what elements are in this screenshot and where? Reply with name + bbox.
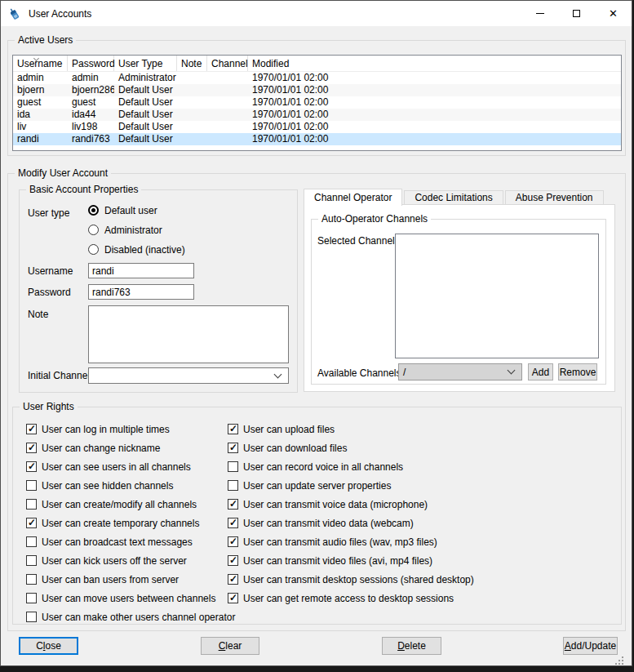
- title-bar[interactable]: User Accounts ✕: [1, 1, 632, 26]
- unchecked-checkbox-icon: [26, 555, 37, 566]
- table-cell: bjoern286: [68, 84, 114, 96]
- selected-channels-label: Selected Channels: [317, 236, 400, 247]
- checkbox-user-can-record-voice-in-all-channels[interactable]: User can record voice in all channels: [228, 461, 474, 472]
- table-row-guest[interactable]: guestguestDefault User1970/01/01 02:00: [13, 96, 621, 109]
- checkbox-label: User can create temporary channels: [42, 518, 199, 529]
- chevron-down-icon: [274, 370, 282, 378]
- checkbox-label: User can transmit desktop sessions (shar…: [243, 574, 474, 585]
- teamtalk-app-icon: [8, 7, 21, 20]
- add-update-button[interactable]: Add/Update: [563, 637, 618, 655]
- checkbox-user-can-create-modify-all-channels[interactable]: User can create/modify all channels: [26, 499, 235, 510]
- checkbox-user-can-update-server-properties[interactable]: User can update server properties: [228, 480, 474, 491]
- add-button[interactable]: Add: [528, 363, 553, 381]
- checkbox-user-can-transmit-voice-data-microphone[interactable]: User can transmit voice data (microphone…: [228, 499, 474, 510]
- resize-grip[interactable]: [615, 656, 623, 665]
- radio-label: Default user: [104, 205, 157, 216]
- column-header-modified[interactable]: Modified: [248, 56, 621, 71]
- checkbox-user-can-download-files[interactable]: User can download files: [228, 443, 474, 453]
- table-row-ida[interactable]: idaida44Default User1970/01/01 02:00: [13, 109, 621, 121]
- column-header-user-type[interactable]: User Type: [114, 56, 177, 71]
- column-header-password[interactable]: Password: [68, 56, 114, 71]
- checkbox-user-can-kick-users-off-the-server[interactable]: User can kick users off the server: [26, 555, 235, 566]
- column-header-username[interactable]: Username: [13, 56, 68, 71]
- checkbox-user-can-transmit-audio-files-wav-mp3-files[interactable]: User can transmit audio files (wav, mp3 …: [228, 536, 474, 547]
- selected-channels-listbox[interactable]: [395, 234, 599, 358]
- checkbox-user-can-make-other-users-channel-operator[interactable]: User can make other users channel operat…: [26, 612, 235, 622]
- tab-channel-operator[interactable]: Channel Operator: [304, 189, 402, 206]
- rights-col-right: User can upload filesUser can download f…: [228, 424, 474, 612]
- note-label: Note: [28, 309, 48, 320]
- checkbox-label: User can get remote access to desktop se…: [243, 593, 454, 604]
- unchecked-checkbox-icon: [26, 536, 37, 547]
- table-cell: ida44: [68, 109, 114, 121]
- table-cell: 1970/01/01 02:00: [248, 72, 621, 84]
- checkbox-user-can-create-temporary-channels[interactable]: User can create temporary channels: [26, 518, 235, 528]
- radio-default-user[interactable]: Default user: [88, 205, 185, 216]
- column-header-channel[interactable]: Channel: [207, 56, 248, 71]
- tab-abuse-prevention[interactable]: Abuse Prevention: [505, 190, 604, 205]
- delete-button[interactable]: Delete: [382, 637, 441, 655]
- radio-disabled-inactive[interactable]: Disabled (inactive): [88, 244, 185, 255]
- note-textarea[interactable]: [88, 305, 289, 363]
- password-label: Password: [28, 287, 71, 298]
- checkbox-label: User can transmit voice data (microphone…: [243, 499, 428, 510]
- clear-button[interactable]: Clear: [201, 637, 259, 655]
- tab-codec-limitations[interactable]: Codec Limitations: [404, 190, 503, 205]
- close-button[interactable]: Close: [19, 637, 78, 655]
- active-users-table[interactable]: UsernamePasswordUser TypeNoteChannelModi…: [12, 55, 622, 151]
- active-users-group-label: Active Users: [15, 34, 76, 46]
- minimize-button[interactable]: [521, 1, 558, 26]
- radio-icon: [88, 244, 99, 255]
- table-cell: admin: [68, 72, 114, 84]
- unchecked-checkbox-icon: [26, 480, 37, 491]
- user-type-radios: Default userAdministratorDisabled (inact…: [88, 205, 185, 264]
- table-cell: [177, 96, 207, 109]
- checkbox-user-can-see-users-in-all-channels[interactable]: User can see users in all channels: [26, 461, 235, 472]
- auto-operator-group-label: Auto-Operator Channels: [318, 213, 431, 225]
- checkbox-label: User can download files: [243, 443, 347, 454]
- unchecked-checkbox-icon: [228, 480, 238, 491]
- checkbox-user-can-upload-files[interactable]: User can upload files: [228, 424, 474, 434]
- initial-channel-combobox[interactable]: [88, 367, 289, 384]
- checkbox-user-can-log-in-multiple-times[interactable]: User can log in multiple times: [26, 424, 235, 434]
- table-row-bjoern[interactable]: bjoernbjoern286Default User1970/01/01 02…: [13, 84, 621, 96]
- table-cell: [177, 109, 207, 121]
- checked-checkbox-icon: [26, 518, 37, 528]
- unchecked-checkbox-icon: [26, 499, 37, 510]
- table-row-liv[interactable]: livliv198Default User1970/01/01 02:00: [13, 121, 621, 133]
- user-rights-group: User Rights User can log in multiple tim…: [12, 407, 622, 625]
- table-cell: [207, 72, 248, 84]
- auto-operator-channels-group: Auto-Operator Channels Selected Channels…: [311, 219, 606, 385]
- checkbox-user-can-change-nickname[interactable]: User can change nickname: [26, 443, 235, 453]
- checked-checkbox-icon: [228, 443, 238, 453]
- checked-checkbox-icon: [228, 518, 238, 528]
- checkbox-user-can-see-hidden-channels[interactable]: User can see hidden channels: [26, 480, 235, 491]
- maximize-button[interactable]: [558, 1, 595, 26]
- table-row-randi[interactable]: randirandi763Default User1970/01/01 02:0…: [13, 133, 621, 145]
- checkbox-label: User can transmit video data (webcam): [243, 518, 414, 529]
- sort-indicator-icon: [33, 56, 39, 61]
- table-cell: 1970/01/01 02:00: [248, 109, 621, 121]
- basic-account-properties-group: Basic Account Properties User type Defau…: [19, 189, 298, 393]
- checkbox-user-can-move-users-between-channels[interactable]: User can move users between channels: [26, 593, 235, 603]
- checkbox-user-can-get-remote-access-to-desktop-sessions[interactable]: User can get remote access to desktop se…: [228, 593, 474, 603]
- checkbox-user-can-transmit-video-files-avi-mp4-files[interactable]: User can transmit video files (avi, mp4 …: [228, 555, 474, 566]
- maximize-icon: [573, 10, 580, 17]
- close-window-button[interactable]: ✕: [595, 1, 632, 26]
- remove-button[interactable]: Remove: [558, 363, 597, 381]
- checkbox-user-can-ban-users-from-server[interactable]: User can ban users from server: [26, 574, 235, 585]
- checkbox-user-can-transmit-desktop-sessions-shared-desktop[interactable]: User can transmit desktop sessions (shar…: [228, 574, 474, 585]
- basic-group-label: Basic Account Properties: [26, 184, 141, 195]
- password-input[interactable]: [88, 284, 194, 300]
- table-row-admin[interactable]: adminadminAdministrator1970/01/01 02:00: [13, 72, 621, 84]
- table-cell: [177, 84, 207, 96]
- username-label: Username: [28, 266, 73, 277]
- checkbox-user-can-broadcast-text-messages[interactable]: User can broadcast text messages: [26, 536, 235, 547]
- radio-administrator[interactable]: Administrator: [88, 225, 185, 235]
- checkbox-user-can-transmit-video-data-webcam[interactable]: User can transmit video data (webcam): [228, 518, 474, 528]
- username-input[interactable]: [88, 263, 194, 278]
- user-accounts-window: User Accounts ✕ Active Users UsernamePas…: [0, 0, 632, 666]
- available-channels-combobox[interactable]: /: [398, 363, 522, 381]
- table-header: UsernamePasswordUser TypeNoteChannelModi…: [13, 56, 621, 72]
- column-header-note[interactable]: Note: [177, 56, 207, 71]
